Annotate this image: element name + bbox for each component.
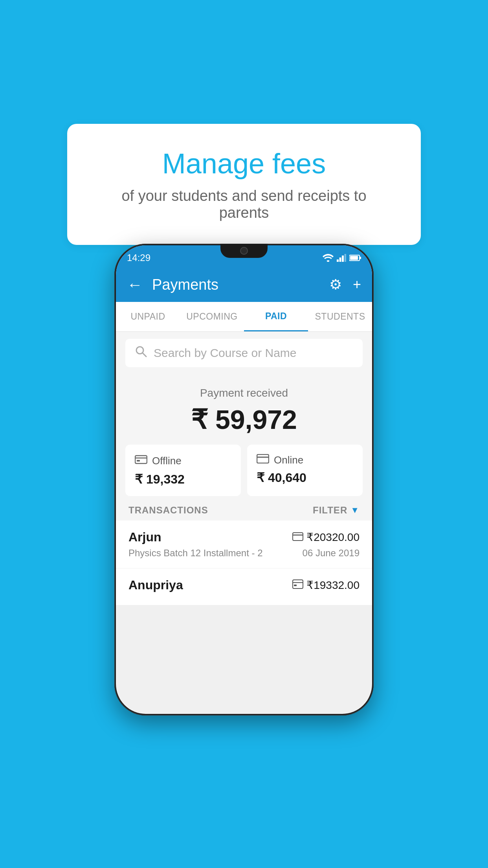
svg-rect-2 (342, 256, 344, 262)
payment-summary-section: Payment received ₹ 59,972 (116, 374, 372, 506)
svg-rect-14 (293, 533, 303, 541)
battery-icon (349, 254, 361, 261)
offline-payment-icon-small (292, 579, 303, 592)
offline-payment-card: Offline ₹ 19,332 (125, 445, 241, 496)
tab-unpaid[interactable]: UNPAID (116, 302, 180, 331)
search-input[interactable]: Search by Course or Name (154, 346, 297, 360)
filter-label: FILTER (313, 505, 347, 516)
wifi-icon (323, 254, 334, 262)
tooltip-title: Manage fees (99, 147, 389, 180)
svg-rect-1 (339, 257, 341, 262)
offline-label: Offline (152, 455, 182, 467)
transaction-date: 06 June 2019 (303, 548, 360, 559)
payment-received-label: Payment received (125, 387, 363, 399)
svg-rect-9 (135, 456, 147, 463)
table-row: Anupriya ₹19332.00 (116, 568, 372, 605)
transactions-header: TRANSACTIONS FILTER ▼ (116, 497, 372, 524)
tooltip-card: Manage fees of your students and send re… (67, 124, 421, 245)
add-icon[interactable]: + (353, 276, 361, 293)
svg-rect-6 (350, 256, 358, 260)
online-payment-card: Online ₹ 40,640 (247, 445, 363, 496)
tab-paid[interactable]: PAID (244, 302, 308, 331)
transaction-amount: ₹20320.00 (292, 531, 360, 544)
search-icon (135, 345, 147, 361)
svg-rect-5 (360, 257, 361, 259)
tabs-bar: UNPAID UPCOMING PAID STUDENTS (116, 302, 372, 332)
phone-screen: 14:29 (116, 245, 372, 714)
online-card-header: Online (257, 454, 303, 466)
tab-students[interactable]: STUDENTS (308, 302, 372, 331)
transactions-label: TRANSACTIONS (128, 505, 208, 516)
top-app-bar: ← Payments ⚙ + (116, 267, 372, 302)
search-input-box[interactable]: Search by Course or Name (125, 339, 363, 367)
svg-rect-18 (294, 585, 297, 586)
phone-mockup: 14:29 (114, 244, 374, 715)
online-label: Online (274, 454, 303, 466)
back-button[interactable]: ← (127, 276, 143, 294)
page-title: Payments (152, 276, 329, 293)
transaction-course: Physics Batch 12 Installment - 2 (128, 548, 262, 559)
filter-button[interactable]: FILTER ▼ (313, 505, 360, 516)
transaction-list: Arjun ₹20320.00 Physics (116, 520, 372, 605)
offline-card-header: Offline (135, 454, 182, 468)
tab-upcoming[interactable]: UPCOMING (180, 302, 244, 331)
card-payment-icon (292, 531, 303, 544)
filter-icon: ▼ (350, 505, 360, 515)
transaction-amount-value: ₹19332.00 (306, 579, 360, 592)
tooltip-subtitle: of your students and send receipts to pa… (99, 188, 389, 221)
online-amount: ₹ 40,640 (257, 470, 306, 485)
payment-cards: Offline ₹ 19,332 (125, 445, 363, 496)
search-bar-container: Search by Course or Name (116, 332, 372, 374)
offline-payment-icon (135, 454, 147, 468)
top-action-icons: ⚙ + (329, 276, 361, 293)
transaction-amount: ₹19332.00 (292, 579, 360, 592)
status-icons (323, 254, 361, 262)
table-row: Arjun ₹20320.00 Physics (116, 520, 372, 568)
offline-amount: ₹ 19,332 (135, 472, 185, 487)
transaction-top-row: Anupriya ₹19332.00 (128, 578, 360, 592)
status-time: 14:29 (127, 252, 150, 263)
transaction-bottom-row: Physics Batch 12 Installment - 2 06 June… (128, 548, 360, 559)
online-payment-icon (257, 454, 269, 466)
transaction-name: Arjun (128, 530, 161, 544)
svg-line-8 (143, 353, 146, 357)
transaction-top-row: Arjun ₹20320.00 (128, 530, 360, 544)
phone-notch (220, 244, 268, 258)
settings-icon[interactable]: ⚙ (329, 276, 342, 293)
signal-icon (337, 254, 346, 262)
svg-rect-16 (293, 580, 303, 588)
transaction-name: Anupriya (128, 578, 183, 592)
payment-total-amount: ₹ 59,972 (125, 404, 363, 435)
transaction-amount-value: ₹20320.00 (306, 531, 360, 544)
svg-rect-0 (337, 259, 339, 262)
svg-rect-12 (257, 454, 269, 463)
svg-rect-3 (345, 254, 347, 262)
svg-rect-11 (137, 460, 140, 462)
